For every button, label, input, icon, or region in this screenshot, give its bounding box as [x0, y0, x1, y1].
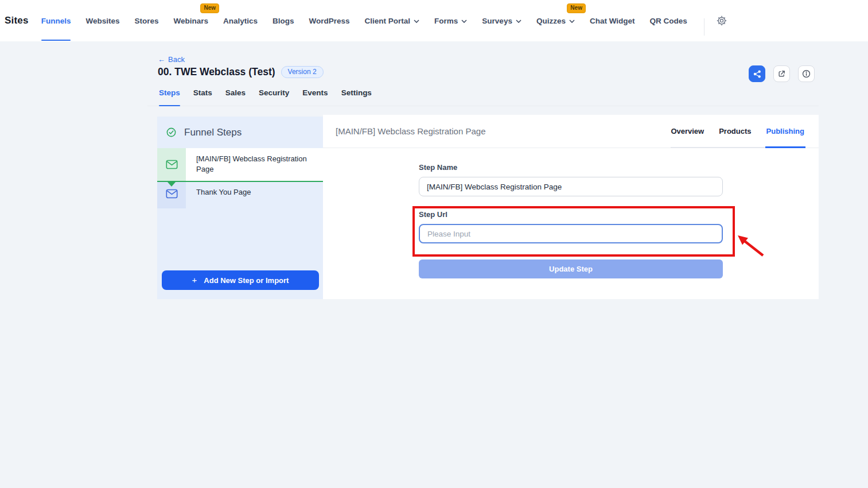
add-new-step-button[interactable]: + Add New Step or Import: [162, 270, 319, 290]
nav-item-chat-widget[interactable]: Chat Widget: [582, 0, 643, 41]
envelope-icon: [166, 189, 178, 199]
tab-settings[interactable]: Settings: [341, 88, 372, 106]
top-navigation: Sites Funnels Websites Stores Webinars N…: [0, 0, 868, 41]
nav-item-webinars[interactable]: Webinars New: [166, 0, 216, 41]
tab-overview[interactable]: Overview: [671, 115, 704, 147]
tab-publishing[interactable]: Publishing: [766, 115, 804, 147]
step-name-input[interactable]: [419, 177, 723, 196]
chevron-down-icon: [461, 20, 467, 23]
check-circle-icon: [166, 127, 177, 138]
step-detail-header: [MAIN/FB] Webclass Registration Page Ove…: [323, 115, 819, 148]
nav-item-wordpress[interactable]: WordPress: [302, 0, 357, 41]
info-button[interactable]: [798, 65, 815, 82]
header-actions: [749, 65, 815, 82]
external-link-icon: [777, 69, 786, 78]
funnel-steps-header: Funnel Steps: [157, 117, 323, 148]
chevron-down-icon: [569, 20, 575, 23]
step-detail-title: [MAIN/FB] Webclass Registration Page: [336, 126, 486, 136]
nav-item-quizzes[interactable]: Quizzes New: [529, 0, 582, 41]
step-detail-tabs: Overview Products Publishing: [671, 115, 804, 148]
open-external-button[interactable]: [773, 65, 790, 82]
back-arrow-icon: ←: [158, 55, 165, 64]
funnel-steps-title: Funnel Steps: [184, 127, 242, 138]
annotation-highlight-box: Step Url: [412, 206, 735, 257]
sites-brand: Sites: [5, 15, 29, 26]
step-connector-arrow: [157, 181, 323, 182]
nav-item-funnels[interactable]: Funnels: [34, 0, 79, 41]
share-icon: [753, 69, 762, 79]
info-icon: [801, 69, 811, 79]
back-link[interactable]: ← Back: [158, 55, 185, 64]
nav-items: Funnels Websites Stores Webinars New Ana…: [34, 0, 695, 41]
tab-products[interactable]: Products: [719, 115, 751, 147]
plus-icon: +: [192, 275, 197, 285]
update-step-button[interactable]: Update Step: [419, 260, 723, 278]
nav-item-forms[interactable]: Forms: [427, 0, 474, 41]
funnel-tabs: Steps Stats Sales Security Events Settin…: [147, 88, 819, 106]
settings-gear-button[interactable]: [714, 0, 730, 41]
gear-icon: [716, 15, 727, 26]
chevron-down-icon: [414, 20, 419, 23]
nav-item-qr-codes[interactable]: QR Codes: [643, 0, 695, 41]
page-title: 00. TWE Webclass (Test): [158, 66, 275, 78]
nav-item-websites[interactable]: Websites: [78, 0, 127, 41]
chevron-down-icon: [516, 20, 521, 23]
nav-item-client-portal[interactable]: Client Portal: [357, 0, 427, 41]
nav-item-analytics[interactable]: Analytics: [216, 0, 265, 41]
annotation-arrow: [733, 231, 770, 261]
step-name-label: Thank You Page: [186, 182, 323, 208]
publishing-form: Step Name Step Url Update Step: [419, 163, 723, 278]
nav-divider: [704, 18, 704, 36]
tab-sales[interactable]: Sales: [225, 88, 246, 106]
tab-steps[interactable]: Steps: [159, 88, 180, 106]
version-badge: Version 2: [281, 66, 324, 78]
step-name-field-label: Step Name: [419, 163, 723, 172]
funnel-step-thank-you-page[interactable]: Thank You Page: [157, 182, 323, 208]
step-detail-card: [MAIN/FB] Webclass Registration Page Ove…: [323, 115, 819, 299]
nav-item-stores[interactable]: Stores: [127, 0, 166, 41]
envelope-icon: [166, 160, 178, 169]
funnel-step-registration-page[interactable]: [MAIN/FB] Webclass Registration Page: [157, 148, 323, 181]
title-row: 00. TWE Webclass (Test) Version 2: [158, 66, 324, 78]
tab-stats[interactable]: Stats: [193, 88, 212, 106]
step-url-input[interactable]: [419, 224, 723, 243]
nav-item-blogs[interactable]: Blogs: [265, 0, 302, 41]
step-name-label: [MAIN/FB] Webclass Registration Page: [186, 148, 323, 181]
funnel-steps-panel: Funnel Steps [MAIN/FB] Webclass Registra…: [157, 117, 323, 299]
step-url-field-label: Step Url: [419, 210, 723, 219]
tab-security[interactable]: Security: [259, 88, 289, 106]
nav-item-surveys[interactable]: Surveys: [474, 0, 529, 41]
tab-events[interactable]: Events: [302, 88, 328, 106]
share-button[interactable]: [749, 65, 765, 82]
